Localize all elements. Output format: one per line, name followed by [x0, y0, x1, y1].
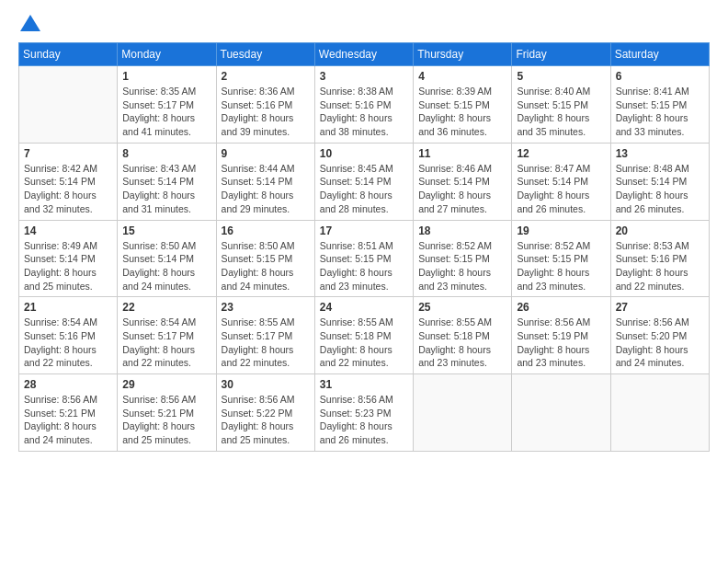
day-info: Sunrise: 8:55 AMSunset: 5:18 PMDaylight:… [320, 316, 408, 370]
day-number: 3 [320, 70, 408, 83]
day-info: Sunrise: 8:55 AMSunset: 5:18 PMDaylight:… [418, 316, 506, 370]
day-info: Sunrise: 8:40 AMSunset: 5:15 PMDaylight:… [517, 85, 605, 139]
day-number: 6 [616, 70, 704, 83]
day-info: Sunrise: 8:35 AMSunset: 5:17 PMDaylight:… [122, 85, 210, 139]
day-info: Sunrise: 8:56 AMSunset: 5:19 PMDaylight:… [517, 316, 605, 370]
day-number: 19 [517, 224, 605, 237]
calendar-cell: 1Sunrise: 8:35 AMSunset: 5:17 PMDaylight… [118, 66, 216, 144]
calendar-cell: 25Sunrise: 8:55 AMSunset: 5:18 PMDayligh… [414, 297, 512, 374]
day-info: Sunrise: 8:43 AMSunset: 5:14 PMDaylight:… [122, 162, 210, 216]
calendar-cell: 3Sunrise: 8:38 AMSunset: 5:16 PMDaylight… [314, 66, 413, 144]
day-info: Sunrise: 8:42 AMSunset: 5:14 PMDaylight:… [24, 162, 112, 216]
calendar-cell: 28Sunrise: 8:56 AMSunset: 5:21 PMDayligh… [19, 374, 118, 452]
day-number: 12 [517, 147, 605, 160]
calendar-cell: 15Sunrise: 8:50 AMSunset: 5:14 PMDayligh… [118, 220, 216, 297]
day-info: Sunrise: 8:54 AMSunset: 5:16 PMDaylight:… [24, 316, 112, 370]
day-info: Sunrise: 8:56 AMSunset: 5:22 PMDaylight:… [222, 393, 310, 447]
day-number: 24 [320, 301, 408, 314]
calendar-cell: 4Sunrise: 8:39 AMSunset: 5:15 PMDaylight… [414, 66, 512, 144]
day-info: Sunrise: 8:55 AMSunset: 5:17 PMDaylight:… [222, 316, 310, 370]
day-info: Sunrise: 8:44 AMSunset: 5:14 PMDaylight:… [222, 162, 310, 216]
calendar-cell: 5Sunrise: 8:40 AMSunset: 5:15 PMDaylight… [512, 66, 610, 144]
day-number: 1 [122, 70, 210, 83]
day-number: 17 [320, 224, 408, 237]
calendar-cell: 24Sunrise: 8:55 AMSunset: 5:18 PMDayligh… [314, 297, 413, 374]
calendar-cell: 10Sunrise: 8:45 AMSunset: 5:14 PMDayligh… [314, 143, 413, 220]
day-info: Sunrise: 8:56 AMSunset: 5:20 PMDaylight:… [616, 316, 704, 370]
day-info: Sunrise: 8:50 AMSunset: 5:15 PMDaylight:… [222, 239, 310, 293]
weekday-header: Sunday [19, 43, 118, 66]
day-info: Sunrise: 8:51 AMSunset: 5:15 PMDaylight:… [320, 239, 408, 293]
weekday-header: Friday [512, 43, 610, 66]
weekday-header: Saturday [610, 43, 709, 66]
day-info: Sunrise: 8:39 AMSunset: 5:15 PMDaylight:… [418, 85, 506, 139]
day-number: 23 [222, 301, 310, 314]
day-info: Sunrise: 8:56 AMSunset: 5:23 PMDaylight:… [320, 393, 408, 447]
day-number: 11 [418, 147, 506, 160]
day-number: 10 [320, 147, 408, 160]
calendar-cell: 29Sunrise: 8:56 AMSunset: 5:21 PMDayligh… [118, 374, 216, 452]
calendar-table: SundayMondayTuesdayWednesdayThursdayFrid… [18, 42, 710, 452]
calendar-cell: 20Sunrise: 8:53 AMSunset: 5:16 PMDayligh… [610, 220, 709, 297]
calendar-cell: 8Sunrise: 8:43 AMSunset: 5:14 PMDaylight… [118, 143, 216, 220]
calendar-cell [610, 374, 709, 452]
calendar-cell: 30Sunrise: 8:56 AMSunset: 5:22 PMDayligh… [216, 374, 314, 452]
day-info: Sunrise: 8:47 AMSunset: 5:14 PMDaylight:… [517, 162, 605, 216]
day-number: 14 [24, 224, 112, 237]
day-info: Sunrise: 8:46 AMSunset: 5:14 PMDaylight:… [418, 162, 506, 216]
calendar-cell: 13Sunrise: 8:48 AMSunset: 5:14 PMDayligh… [610, 143, 709, 220]
calendar-cell: 16Sunrise: 8:50 AMSunset: 5:15 PMDayligh… [216, 220, 314, 297]
calendar-cell: 18Sunrise: 8:52 AMSunset: 5:15 PMDayligh… [414, 220, 512, 297]
logo-icon [20, 13, 40, 33]
day-number: 4 [418, 70, 506, 83]
day-number: 7 [24, 147, 112, 160]
calendar-cell: 6Sunrise: 8:41 AMSunset: 5:15 PMDaylight… [610, 66, 709, 144]
header [18, 17, 710, 33]
day-info: Sunrise: 8:52 AMSunset: 5:15 PMDaylight:… [517, 239, 605, 293]
svg-marker-0 [20, 15, 40, 31]
calendar-header-row: SundayMondayTuesdayWednesdayThursdayFrid… [19, 43, 710, 66]
day-info: Sunrise: 8:56 AMSunset: 5:21 PMDaylight:… [24, 393, 112, 447]
day-info: Sunrise: 8:54 AMSunset: 5:17 PMDaylight:… [122, 316, 210, 370]
day-number: 26 [517, 301, 605, 314]
day-number: 27 [616, 301, 704, 314]
calendar-cell [512, 374, 610, 452]
calendar-cell: 17Sunrise: 8:51 AMSunset: 5:15 PMDayligh… [314, 220, 413, 297]
calendar-cell: 19Sunrise: 8:52 AMSunset: 5:15 PMDayligh… [512, 220, 610, 297]
calendar-week-row: 14Sunrise: 8:49 AMSunset: 5:14 PMDayligh… [19, 220, 710, 297]
calendar-week-row: 28Sunrise: 8:56 AMSunset: 5:21 PMDayligh… [19, 374, 710, 452]
calendar-cell: 11Sunrise: 8:46 AMSunset: 5:14 PMDayligh… [414, 143, 512, 220]
calendar-cell: 2Sunrise: 8:36 AMSunset: 5:16 PMDaylight… [216, 66, 314, 144]
day-number: 16 [222, 224, 310, 237]
calendar-cell: 14Sunrise: 8:49 AMSunset: 5:14 PMDayligh… [19, 220, 118, 297]
day-info: Sunrise: 8:41 AMSunset: 5:15 PMDaylight:… [616, 85, 704, 139]
calendar-cell [19, 66, 118, 144]
calendar-cell: 12Sunrise: 8:47 AMSunset: 5:14 PMDayligh… [512, 143, 610, 220]
day-number: 9 [222, 147, 310, 160]
calendar-week-row: 7Sunrise: 8:42 AMSunset: 5:14 PMDaylight… [19, 143, 710, 220]
day-info: Sunrise: 8:53 AMSunset: 5:16 PMDaylight:… [616, 239, 704, 293]
weekday-header: Tuesday [216, 43, 314, 66]
day-info: Sunrise: 8:36 AMSunset: 5:16 PMDaylight:… [222, 85, 310, 139]
day-number: 22 [122, 301, 210, 314]
day-number: 30 [222, 378, 310, 391]
day-number: 13 [616, 147, 704, 160]
day-info: Sunrise: 8:48 AMSunset: 5:14 PMDaylight:… [616, 162, 704, 216]
logo [18, 17, 40, 33]
calendar-cell: 27Sunrise: 8:56 AMSunset: 5:20 PMDayligh… [610, 297, 709, 374]
page: SundayMondayTuesdayWednesdayThursdayFrid… [0, 0, 728, 461]
day-number: 18 [418, 224, 506, 237]
calendar-cell: 21Sunrise: 8:54 AMSunset: 5:16 PMDayligh… [19, 297, 118, 374]
calendar-cell [414, 374, 512, 452]
calendar-cell: 9Sunrise: 8:44 AMSunset: 5:14 PMDaylight… [216, 143, 314, 220]
calendar-cell: 7Sunrise: 8:42 AMSunset: 5:14 PMDaylight… [19, 143, 118, 220]
day-number: 20 [616, 224, 704, 237]
calendar-cell: 26Sunrise: 8:56 AMSunset: 5:19 PMDayligh… [512, 297, 610, 374]
calendar-cell: 23Sunrise: 8:55 AMSunset: 5:17 PMDayligh… [216, 297, 314, 374]
day-number: 29 [122, 378, 210, 391]
day-info: Sunrise: 8:45 AMSunset: 5:14 PMDaylight:… [320, 162, 408, 216]
calendar-week-row: 1Sunrise: 8:35 AMSunset: 5:17 PMDaylight… [19, 66, 710, 144]
day-info: Sunrise: 8:50 AMSunset: 5:14 PMDaylight:… [122, 239, 210, 293]
day-info: Sunrise: 8:38 AMSunset: 5:16 PMDaylight:… [320, 85, 408, 139]
day-number: 5 [517, 70, 605, 83]
